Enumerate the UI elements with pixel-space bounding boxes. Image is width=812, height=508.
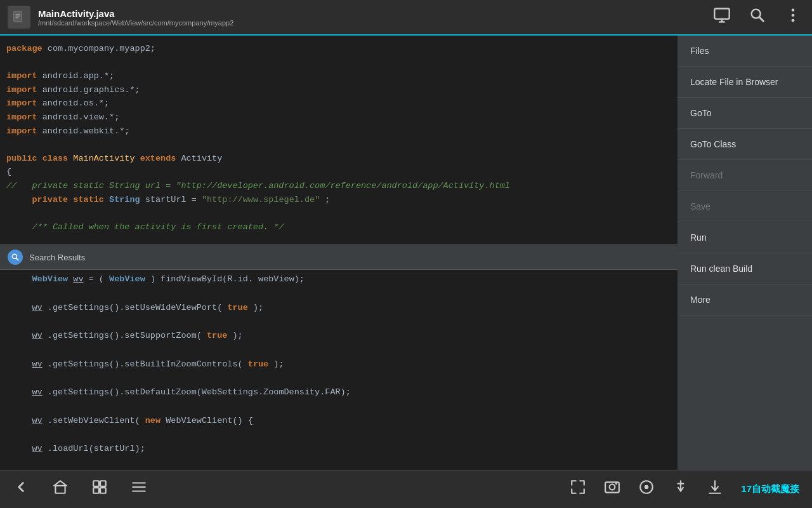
code-line-blank5 [6,315,678,329]
svg-point-23 [610,485,615,490]
code-line-blank [6,56,678,70]
code-line-wideviewport: wv .getSettings().setUseWideViewPort( tr… [6,301,678,315]
svg-point-10 [792,13,795,17]
code-line-class: public class MainActivity extends Activi… [6,152,678,166]
menu-item-more[interactable]: More [678,284,812,316]
svg-rect-15 [93,481,99,486]
menu-button[interactable] [131,479,147,500]
code-line-loadurl: wv .loadUrl(startUrl); [6,442,678,456]
code-line-import1: import android.app.*; [6,69,678,83]
code-line-comment: // private static String url = "http://d… [6,179,678,193]
code-below-search: WebView wv = ( WebView ) findViewByI​d(R… [0,270,678,470]
notification-button[interactable] [707,479,723,500]
code-line-blank2 [6,138,678,152]
search-results-label: Search Results [29,253,85,262]
home-button[interactable] [52,479,69,500]
bottom-nav-right: 17自动截魔接 [570,479,799,500]
topbar-actions [710,4,804,31]
app-icon [8,6,30,29]
svg-rect-18 [100,488,106,493]
svg-rect-0 [14,11,22,22]
code-line-brace: { [6,165,678,179]
code-line-supportzoom: wv .getSettings().setSupportZoom( true )… [6,329,678,343]
file-path: /mnt/sdcard/workspace/WebView/src/com/my… [38,19,710,27]
code-line-import4: import android.view.*; [6,110,678,124]
code-line-blank7 [6,371,678,385]
menu-item-save: Save [678,191,812,222]
menu-item-run-clean-build[interactable]: Run clean Build [678,253,812,284]
menu-item-goto-class[interactable]: GoTo Class [678,129,812,160]
code-line-blank3 [6,206,678,220]
code-line-webviewclient: wv .setWebViewClient( new WebViewClient(… [6,414,678,428]
code-line-1: package com.mycompany.myapp2; [6,42,678,56]
menu-item-forward: Forward [678,160,812,191]
code-line-blank8 [6,399,678,413]
search-button[interactable] [746,4,769,31]
menu-item-locate-file[interactable]: Locate File in Browser [678,67,812,98]
more-options-button[interactable] [782,4,804,31]
code-line-import2: import android.graphics.*; [6,83,678,97]
svg-point-9 [792,8,795,11]
code-line-webview: WebView wv = ( WebView ) findViewByI​d(R… [6,272,678,286]
android-file-icon [12,10,26,24]
svg-rect-16 [100,481,106,486]
svg-rect-14 [55,486,65,493]
fullscreen-button[interactable] [570,479,586,500]
search-bar: Search Results [0,244,678,270]
android-button[interactable] [638,479,655,500]
photo-button[interactable] [604,479,620,500]
recent-apps-button[interactable] [91,479,108,500]
bottom-nav-left [13,479,147,500]
code-line-starturl: private static String startUrl = "http:/… [6,193,678,207]
svg-line-13 [16,258,18,260]
svg-point-11 [792,18,795,22]
search-results-icon [8,250,23,265]
usb-button[interactable] [672,479,689,500]
code-line-blank4 [6,286,678,300]
back-button[interactable] [13,479,29,500]
code-line-javadoc: /** Called when the activity is first cr… [6,220,678,234]
menu-item-goto[interactable]: GoTo [678,98,812,129]
svg-point-26 [645,485,649,490]
code-line-defaultzoom: wv .getSettings().setDefaultZoom(WebSett… [6,385,678,399]
svg-rect-17 [93,488,99,493]
menu-item-run[interactable]: Run [678,222,812,253]
title-area: MainActivity.java /mnt/sdcard/workspace/… [38,8,710,27]
monitor-button[interactable] [710,4,733,31]
top-bar: MainActivity.java /mnt/sdcard/workspace/… [0,0,812,36]
file-name: MainActivity.java [38,8,710,19]
code-line-import3: import android.os.*; [6,97,678,110]
context-menu: Files Locate File in Browser GoTo GoTo C… [678,36,812,470]
svg-point-24 [615,483,617,485]
code-line-blank9 [6,428,678,442]
bottom-bar: 17自动截魔接 [0,470,812,508]
menu-item-files[interactable]: Files [678,36,812,67]
code-line-blank6 [6,343,678,357]
svg-rect-4 [714,8,729,18]
code-content: package com.mycompany.myapp2; import and… [0,36,678,240]
watermark-text: 17自动截魔接 [741,483,799,495]
code-line-builtinzoom: wv .getSettings().setBuiltInZoomControls… [6,358,678,371]
code-line-import5: import android.webkit.*; [6,124,678,138]
svg-line-8 [759,17,763,20]
